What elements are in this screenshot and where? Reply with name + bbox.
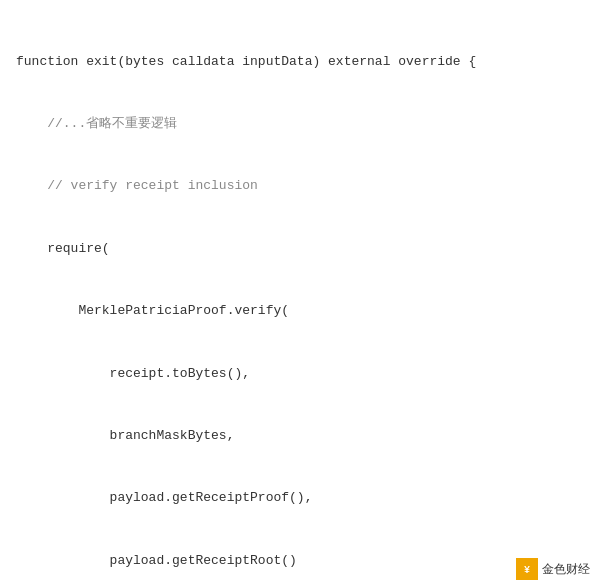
watermark-icon: ¥ [516,558,538,580]
code-text: function exit(bytes calldata inputData) … [16,54,476,69]
code-line-6: receipt.toBytes(), [0,364,600,385]
svg-text:¥: ¥ [524,565,530,576]
code-text: require( [16,241,110,256]
watermark: ¥ 金色财经 [510,556,596,582]
code-text: branchMaskBytes, [16,428,234,443]
code-line-3: // verify receipt inclusion [0,176,600,197]
code-line-1: function exit(bytes calldata inputData) … [0,52,600,73]
code-text: MerklePatriciaProof.verify( [16,303,289,318]
code-line-2: //...省略不重要逻辑 [0,114,600,135]
code-text: //...省略不重要逻辑 [16,116,177,131]
code-line-8: payload.getReceiptProof(), [0,488,600,509]
code-text: payload.getReceiptProof(), [16,490,312,505]
code-block: function exit(bytes calldata inputData) … [0,0,600,586]
brand-icon: ¥ [518,560,536,578]
code-line-7: branchMaskBytes, [0,426,600,447]
code-line-4: require( [0,239,600,260]
code-text: receipt.toBytes(), [16,366,250,381]
code-text: // verify receipt inclusion [16,178,258,193]
code-text: payload.getReceiptRoot() [16,553,297,568]
code-line-5: MerklePatriciaProof.verify( [0,301,600,322]
watermark-label: 金色财经 [542,561,590,578]
